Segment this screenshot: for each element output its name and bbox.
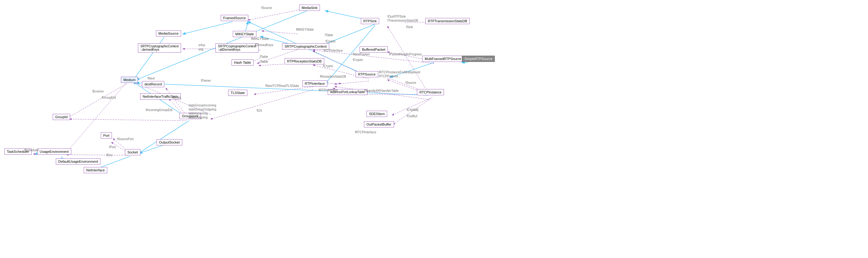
label-fOutBuf: fOutBuf [407, 114, 417, 118]
label-fIncomingGroupEId: fIncomingGroupEId [146, 108, 173, 112]
label-fTable-2: fTable [260, 55, 268, 59]
node-RTPTransmissionStatsDB: RTPTransmissionStatsDB [425, 18, 470, 24]
node-RTPReceptionStatsDB: RTPReceptionStatsDB [285, 58, 324, 64]
node-SRTPCryptoAllDerived: SRTPCryptographicContext::allDerivedKeys [215, 43, 258, 52]
label-fCrypto-1: fCrypto [326, 40, 335, 43]
node-Port: Port [101, 133, 112, 139]
node-RTCPInstance: RTCPInstance [417, 89, 444, 95]
diagram-svg [0, 0, 868, 258]
node-RTPSink: RTPSink [361, 18, 379, 24]
node-MultiFramedRTPSource: MultiFramedRTPSource [422, 56, 464, 62]
label-fCrypto-3: fCrypto [353, 58, 363, 62]
node-SRTPCrypto: SRTPCryptographicContext [282, 43, 329, 49]
svg-line-27 [254, 87, 313, 94]
svg-line-8 [136, 121, 189, 155]
node-SRTPCryptoDerived: SRTPCryptographicContext::derivedKeys [138, 43, 181, 52]
node-MIKEYState: MIKEYState [233, 31, 256, 37]
node-HashTable: Hash Table [231, 60, 254, 66]
node-TLSState: TLSState [228, 90, 247, 96]
label-fRTCPInterface: fRTCPInterface [355, 131, 376, 134]
svg-line-5 [183, 22, 232, 34]
svg-line-37 [65, 83, 126, 154]
label-fCrypto-2: fCrypto [323, 64, 333, 68]
node-SimpleRTPSource: SimpleRTPSource [462, 56, 495, 62]
label-fEnviron: fEnviron [92, 90, 104, 93]
label-fRTPInterface-1: fRTPInterface [323, 49, 343, 52]
node-SDESItem: SDESItem [366, 111, 387, 117]
node-OutputSocket: OutputSocket [157, 139, 182, 145]
label-fTable-1: fTable [325, 33, 333, 37]
node-BufferedPacket: BufferedPacket [360, 46, 388, 52]
svg-line-44 [392, 98, 432, 115]
label-fOwner: fOwner [201, 79, 211, 82]
node-MediaSink: MediaSink [299, 5, 320, 11]
label-fMIKEYState-2: fMIKEYState [251, 37, 269, 40]
label-fGS: fGS [257, 109, 262, 112]
label-srtp: srtp [198, 48, 204, 51]
label-fDests: fDests [173, 96, 181, 99]
node-RTPInterface: RTPInterface [302, 80, 328, 87]
label-fMIKEYState-1: fMIKEYState [296, 28, 314, 31]
label-fSpecificRRHandlerTable: fSpecificRRHandlerTable [364, 89, 399, 93]
label-fRTCPInstanceForMultiplexed: fRTCPInstanceForMultiplexed [379, 71, 420, 74]
label-fRTPInterface-2: fRTPInterface [319, 88, 338, 92]
svg-line-17 [262, 31, 298, 34]
label-fGroupEId: fGroupEId [102, 96, 116, 99]
label-fPacketReadInProgress: fPacketReadInProgress [389, 52, 422, 56]
label-fOurRTPSink: fOurRTPSink [388, 15, 406, 18]
svg-line-26 [335, 81, 369, 84]
label-fNextPacket: fNextPacket [353, 52, 370, 56]
label-statsOutgoing: statsOutgoing [188, 116, 208, 119]
label-fEnv: fEnv [106, 153, 113, 157]
node-Socket: Socket [125, 149, 141, 155]
label-fScheduler: fScheduler [24, 148, 39, 152]
label-fSourcePort: fSourcePort [117, 137, 134, 141]
svg-line-49 [67, 155, 128, 155]
label-fReceptionStatsDB: fReceptionStatsDB [320, 75, 346, 78]
label-statsGroupOutgoing: statsGroupOutgoing [188, 108, 216, 111]
label-fTable-3: fTable [260, 60, 268, 64]
node-destRecord: destRecord [142, 81, 164, 87]
svg-line-16 [248, 9, 302, 20]
node-RTPSource: RTPSource [355, 71, 378, 77]
label-fSource-rtcp: fSource [405, 81, 416, 84]
node-MediaSource: MediaSource [156, 30, 181, 37]
label-fDerivedKeys: fDerivedKeys [255, 43, 273, 47]
label-fSink: fSink [406, 25, 413, 29]
node-GroupId: GroupId [53, 114, 70, 120]
svg-line-36 [70, 119, 186, 121]
label-statsIncoming: statsIncoming [188, 112, 208, 115]
diagram-container: TaskScheduler UsageEnvironment DefaultUs… [0, 0, 868, 258]
svg-line-35 [68, 83, 127, 117]
node-NetInterface: NetInterface [84, 167, 107, 173]
node-Medium: Medium [121, 77, 138, 83]
node-DefaultUsageEnvironment: DefaultUsageEnvironment [56, 158, 100, 164]
label-srtcp: srtcp [198, 43, 205, 47]
node-FramedSource: FramedSource [221, 15, 248, 21]
label-RTCPPackets: RTCPPackets [379, 75, 398, 78]
label-fNextTCPReadTLSState: fNextTCPReadTLSState [266, 84, 299, 87]
node-UsageEnvironment: UsageEnvironment [37, 148, 71, 155]
svg-line-3 [140, 145, 163, 153]
label-statsGroupIncoming: statsGroupIncoming [188, 104, 216, 107]
node-OutPacketBuffer: OutPacketBuffer [364, 121, 394, 127]
label-fNext: fNext [148, 77, 155, 80]
label-fSource-mediasink: fSource [261, 6, 272, 10]
label-fPort: fPort [109, 145, 116, 149]
label-fTransmissionStatsDB: fTransmissionStatsDB [388, 19, 418, 22]
svg-line-34 [211, 90, 313, 119]
label-fCNAME: fCNAME [407, 108, 419, 112]
